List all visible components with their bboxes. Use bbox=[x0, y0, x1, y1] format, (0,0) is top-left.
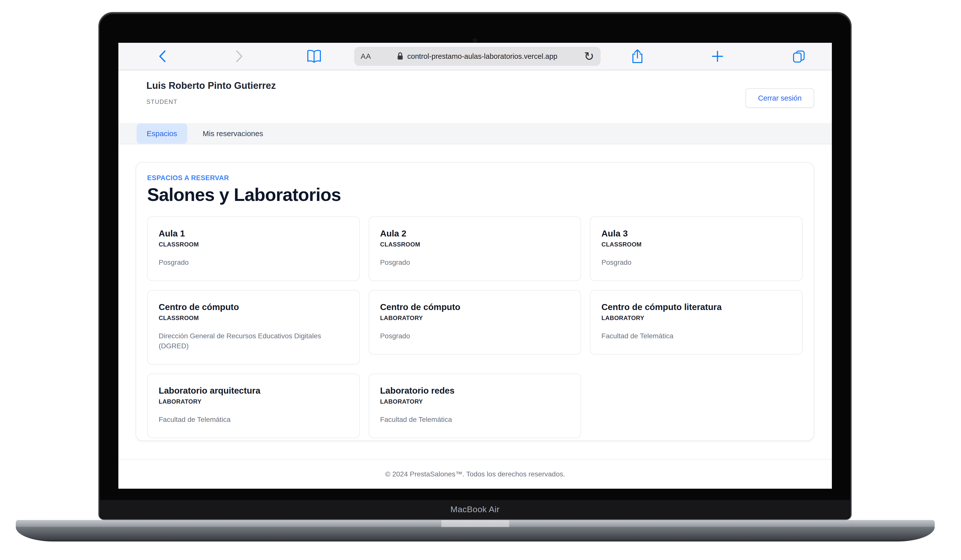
space-name: Aula 1 bbox=[159, 228, 349, 239]
screen: AA control-prestamo-aulas-laboratorios.v… bbox=[118, 43, 832, 489]
browser-toolbar: AA control-prestamo-aulas-laboratorios.v… bbox=[118, 43, 832, 70]
space-type: CLASSROOM bbox=[380, 241, 570, 248]
app-tabbar: Espacios Mis reservaciones bbox=[118, 123, 832, 144]
text-size-button[interactable]: AA bbox=[361, 52, 371, 61]
bookmarks-button[interactable] bbox=[306, 49, 322, 63]
lock-icon bbox=[396, 51, 404, 61]
user-role-label: STUDENT bbox=[146, 98, 177, 105]
chevron-left-icon bbox=[157, 49, 169, 64]
refresh-icon[interactable]: ↻ bbox=[584, 50, 594, 62]
tabs-overview-icon bbox=[792, 49, 806, 64]
url-text: control-prestamo-aulas-laboratorios.verc… bbox=[407, 52, 558, 61]
address-bar[interactable]: AA control-prestamo-aulas-laboratorios.v… bbox=[354, 47, 601, 66]
space-type: CLASSROOM bbox=[159, 241, 349, 248]
space-card[interactable]: Aula 1 CLASSROOM Posgrado bbox=[147, 217, 360, 281]
space-description: Posgrado bbox=[159, 257, 349, 268]
laptop-base-body bbox=[16, 527, 935, 541]
space-description: Facultad de Telemática bbox=[601, 331, 791, 341]
spaces-grid: Aula 1 CLASSROOM Posgrado Aula 2 CLASSRO… bbox=[147, 217, 803, 438]
tab-espacios[interactable]: Espacios bbox=[137, 124, 187, 144]
logout-button[interactable]: Cerrar sesión bbox=[746, 88, 814, 108]
spaces-panel: ESPACIOS A RESERVAR Salones y Laboratori… bbox=[136, 162, 814, 441]
share-icon bbox=[631, 48, 644, 64]
space-type: LABORATORY bbox=[159, 398, 349, 405]
tab-mis-reservaciones[interactable]: Mis reservaciones bbox=[193, 124, 273, 144]
space-name: Laboratorio arquitectura bbox=[159, 385, 349, 396]
main-content: ESPACIOS A RESERVAR Salones y Laboratori… bbox=[118, 144, 832, 459]
laptop-base bbox=[16, 520, 935, 541]
section-title: Salones y Laboratorios bbox=[147, 185, 803, 205]
space-type: LABORATORY bbox=[601, 314, 791, 321]
space-type: CLASSROOM bbox=[159, 314, 349, 321]
space-card[interactable]: Centro de cómputo CLASSROOM Dirección Ge… bbox=[147, 290, 360, 364]
space-description: Facultad de Telemática bbox=[159, 415, 349, 425]
space-type: LABORATORY bbox=[380, 314, 570, 321]
chevron-right-icon bbox=[233, 49, 245, 64]
webcam-dot bbox=[473, 38, 477, 43]
space-description: Posgrado bbox=[380, 331, 570, 341]
space-description: Dirección General de Recursos Educativos… bbox=[159, 331, 349, 351]
space-type: CLASSROOM bbox=[601, 241, 791, 248]
book-icon bbox=[306, 49, 322, 63]
space-description: Posgrado bbox=[601, 257, 791, 268]
show-tabs-button[interactable] bbox=[792, 49, 806, 64]
space-type: LABORATORY bbox=[380, 398, 570, 405]
screenshot-stage: AA control-prestamo-aulas-laboratorios.v… bbox=[0, 0, 961, 560]
space-description: Facultad de Telemática bbox=[380, 415, 570, 425]
lid-chin: MacBook Air bbox=[100, 500, 850, 518]
space-card[interactable]: Aula 2 CLASSROOM Posgrado bbox=[369, 217, 581, 281]
space-card[interactable]: Centro de cómputo literatura LABORATORY … bbox=[590, 290, 803, 355]
space-name: Centro de cómputo literatura bbox=[601, 302, 791, 312]
space-name: Aula 3 bbox=[601, 228, 791, 239]
space-card[interactable]: Laboratorio redes LABORATORY Facultad de… bbox=[369, 374, 581, 438]
app-header: Luis Roberto Pinto Gutierrez STUDENT Cer… bbox=[118, 71, 832, 123]
browser-back-button[interactable] bbox=[157, 49, 169, 64]
space-name: Laboratorio redes bbox=[380, 385, 570, 396]
space-name: Centro de cómputo bbox=[159, 302, 349, 312]
space-name: Aula 2 bbox=[380, 228, 570, 239]
device-label: MacBook Air bbox=[450, 504, 500, 514]
new-tab-button[interactable] bbox=[711, 50, 724, 63]
plus-icon bbox=[711, 50, 724, 63]
section-eyebrow: ESPACIOS A RESERVAR bbox=[147, 174, 803, 182]
space-card[interactable]: Centro de cómputo LABORATORY Posgrado bbox=[369, 290, 581, 355]
browser-forward-button[interactable] bbox=[233, 49, 245, 64]
share-button[interactable] bbox=[631, 48, 644, 64]
space-card[interactable]: Aula 3 CLASSROOM Posgrado bbox=[590, 217, 803, 281]
space-name: Centro de cómputo bbox=[380, 302, 570, 312]
space-description: Posgrado bbox=[380, 257, 570, 268]
user-name: Luis Roberto Pinto Gutierrez bbox=[146, 80, 276, 91]
page-footer: © 2024 PrestaSalones™. Todos los derecho… bbox=[118, 459, 832, 489]
space-card[interactable]: Laboratorio arquitectura LABORATORY Facu… bbox=[147, 374, 360, 438]
laptop-lid: AA control-prestamo-aulas-laboratorios.v… bbox=[98, 12, 852, 520]
address-bar-center: control-prestamo-aulas-laboratorios.verc… bbox=[371, 51, 582, 61]
copyright-text: © 2024 PrestaSalones™. Todos los derecho… bbox=[385, 470, 565, 478]
